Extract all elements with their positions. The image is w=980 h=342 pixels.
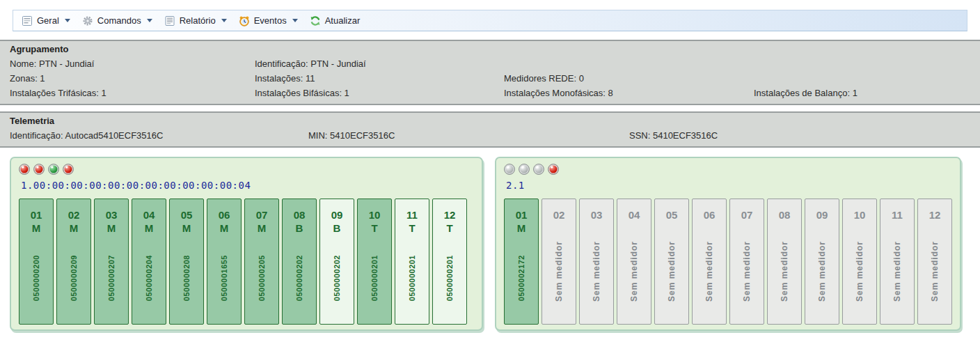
meter-slot-10[interactable]: 10Sem medidor	[842, 199, 877, 325]
chevron-down-icon	[147, 19, 152, 22]
meter-slots: 01M050000020002M050000020903M05000002070…	[19, 199, 482, 325]
gray-led-indicator-icon	[504, 164, 515, 175]
concentrator-panel-2: 2.1 01M050000217202Sem medidor03Sem medi…	[495, 157, 961, 331]
slot-number-phase: 11	[892, 208, 903, 221]
meter-slot-10[interactable]: 10T0500000201	[357, 199, 392, 325]
slot-meter-id: Sem medidor	[817, 221, 827, 324]
slot-meter-id: Sem medidor	[892, 221, 902, 324]
slot-meter-id: 0500000201	[408, 235, 416, 324]
menu-atualizar-label: Atualizar	[325, 15, 361, 26]
gray-led-indicator-icon	[533, 164, 544, 175]
slot-number-phase: 06M	[219, 208, 230, 235]
slot-meter-id: Sem medidor	[592, 221, 601, 324]
telemetria-title: Telemetria	[10, 114, 980, 128]
meter-slot-03[interactable]: 03M0500000207	[94, 199, 129, 325]
slot-number-phase: 05M	[181, 208, 193, 235]
status-leds	[19, 164, 482, 176]
meter-slot-09[interactable]: 09B0500000202	[319, 199, 354, 325]
meter-slot-08[interactable]: 08Sem medidor	[767, 199, 802, 325]
meter-slot-03[interactable]: 03Sem medidor	[579, 199, 614, 325]
slot-meter-id: 0500000208	[182, 235, 191, 324]
slot-number-phase: 04	[629, 208, 640, 221]
red-led-indicator-icon	[33, 164, 45, 175]
refresh-icon	[310, 15, 321, 26]
menu-comandos-label: Comandos	[97, 15, 141, 26]
meter-slot-01[interactable]: 01M0500002172	[504, 199, 539, 325]
meter-slot-12[interactable]: 12Sem medidor	[917, 199, 952, 325]
slot-meter-id: 0500000201	[370, 235, 379, 324]
slot-number-phase: 08B	[294, 208, 306, 235]
concentrator-id: 1.00:00:00:00:00:00:00:00:00:00:00:04	[21, 180, 482, 194]
meter-slot-07[interactable]: 07M0500000205	[244, 199, 279, 325]
meter-slot-04[interactable]: 04M0500000204	[132, 199, 166, 325]
slot-number-phase: 07	[741, 208, 753, 221]
meter-slot-07[interactable]: 07Sem medidor	[729, 199, 764, 325]
status-leds	[504, 164, 960, 176]
slot-number-phase: 01M	[516, 208, 528, 235]
slot-number-phase: 06	[704, 208, 716, 221]
menu-geral[interactable]: Geral	[17, 13, 77, 29]
meter-slot-08[interactable]: 08B0500000202	[282, 199, 317, 325]
meter-slot-01[interactable]: 01M0500000200	[19, 199, 54, 325]
meter-slot-02[interactable]: 02Sem medidor	[542, 199, 576, 325]
meter-slot-05[interactable]: 05Sem medidor	[654, 199, 689, 325]
slot-number-phase: 04M	[143, 208, 155, 235]
slot-meter-id: Sem medidor	[667, 221, 677, 324]
toolbar: Geral Comandos Relatório	[13, 10, 967, 31]
info-field: Zonas: 1	[10, 71, 255, 86]
info-field: Medidores REDE: 0	[504, 71, 754, 86]
meter-slot-11[interactable]: 11Sem medidor	[880, 199, 915, 325]
slot-number-phase: 05	[666, 208, 678, 221]
meter-slot-09[interactable]: 09Sem medidor	[805, 199, 839, 325]
meter-slot-06[interactable]: 06Sem medidor	[692, 199, 727, 325]
slot-number-phase: 08	[779, 208, 791, 221]
menu-atualizar[interactable]: Atualizar	[306, 13, 367, 29]
info-field: SSN: 5410ECF3516C	[629, 128, 980, 143]
red-led-indicator-icon	[63, 164, 74, 175]
slot-number-phase: 02	[553, 208, 565, 221]
slot-number-phase: 02M	[68, 208, 80, 235]
agrupamento-title: Agrupamento	[10, 42, 980, 56]
form-icon	[22, 15, 33, 26]
meter-slot-11[interactable]: 11T0500000201	[395, 199, 429, 325]
slot-meter-id: 0500000202	[295, 235, 303, 324]
menu-comandos[interactable]: Comandos	[78, 13, 159, 29]
meter-slot-05[interactable]: 05M0500000208	[169, 199, 204, 325]
red-led-indicator-icon	[19, 164, 30, 175]
meter-slot-06[interactable]: 06M0500001655	[207, 199, 242, 325]
menu-eventos[interactable]: Eventos	[235, 13, 304, 29]
menu-relatorio-label: Relatório	[180, 15, 216, 26]
slot-number-phase: 10	[854, 208, 866, 221]
slot-meter-id: Sem medidor	[704, 221, 714, 324]
slot-meter-id: 0500000201	[445, 235, 454, 324]
slot-number-phase: 09	[816, 208, 828, 221]
meter-slots: 01M050000217202Sem medidor03Sem medidor0…	[504, 199, 960, 325]
info-field: Instalações Trifásicas: 1	[10, 86, 255, 100]
slot-number-phase: 07M	[256, 208, 268, 235]
slot-number-phase: 01M	[31, 208, 42, 235]
info-field: Instalações: 11	[255, 71, 504, 86]
menu-geral-label: Geral	[37, 15, 59, 26]
green-led-indicator-icon	[48, 164, 59, 175]
info-field: Identificação: Autocad5410ECF3516C	[10, 128, 308, 143]
chevron-down-icon	[221, 19, 227, 22]
slot-meter-id: 0500000204	[145, 235, 153, 324]
slot-number-phase: 09B	[331, 208, 343, 235]
info-field: Instalações de Balanço: 1	[754, 86, 980, 100]
concentrator-id: 2.1	[506, 180, 960, 194]
slot-meter-id: Sem medidor	[554, 221, 564, 324]
slot-meter-id: 0500000209	[70, 235, 78, 324]
slot-meter-id: Sem medidor	[780, 221, 789, 324]
menu-eventos-label: Eventos	[254, 15, 287, 26]
slot-number-phase: 10T	[369, 208, 381, 235]
info-field: MIN: 5410ECF3516C	[308, 128, 629, 143]
gray-led-indicator-icon	[519, 164, 530, 175]
meter-slot-02[interactable]: 02M0500000209	[56, 199, 91, 325]
meter-slot-12[interactable]: 12T0500000201	[432, 199, 467, 325]
slot-number-phase: 12	[929, 208, 941, 221]
slot-meter-id: 0500000200	[32, 235, 40, 324]
menu-relatorio[interactable]: Relatório	[160, 13, 233, 29]
slot-meter-id: 0500000202	[333, 235, 341, 324]
meter-slot-04[interactable]: 04Sem medidor	[617, 199, 651, 325]
gear-icon	[82, 15, 93, 26]
